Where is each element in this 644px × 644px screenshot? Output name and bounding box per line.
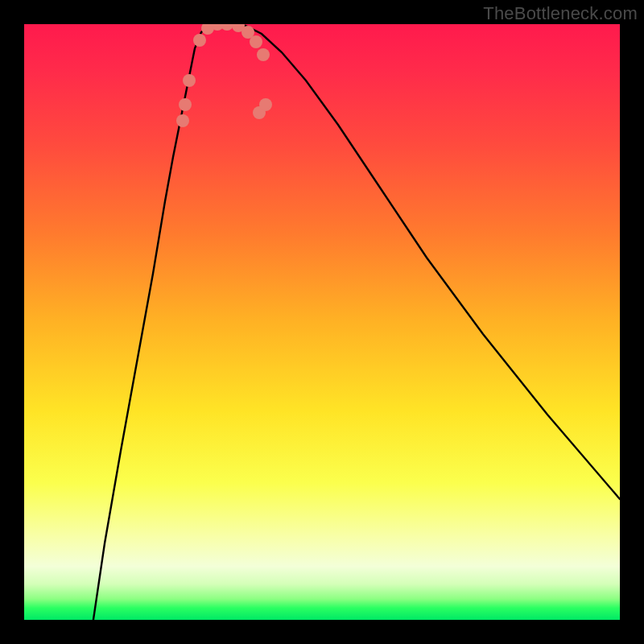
bottleneck-curve <box>89 24 620 620</box>
marker-dot <box>257 48 270 61</box>
marker-dot <box>259 98 272 111</box>
highlight-dots <box>176 24 272 127</box>
marker-dot <box>176 114 189 127</box>
marker-dot <box>221 24 233 31</box>
marker-dot <box>250 35 262 48</box>
marker-dot <box>179 98 192 111</box>
marker-dot <box>193 34 206 47</box>
plot-area <box>24 24 620 620</box>
marker-dot <box>183 74 196 87</box>
curve-layer <box>24 24 620 620</box>
chart-frame: TheBottleneck.com <box>0 0 644 644</box>
watermark-text: TheBottleneck.com <box>483 3 638 24</box>
